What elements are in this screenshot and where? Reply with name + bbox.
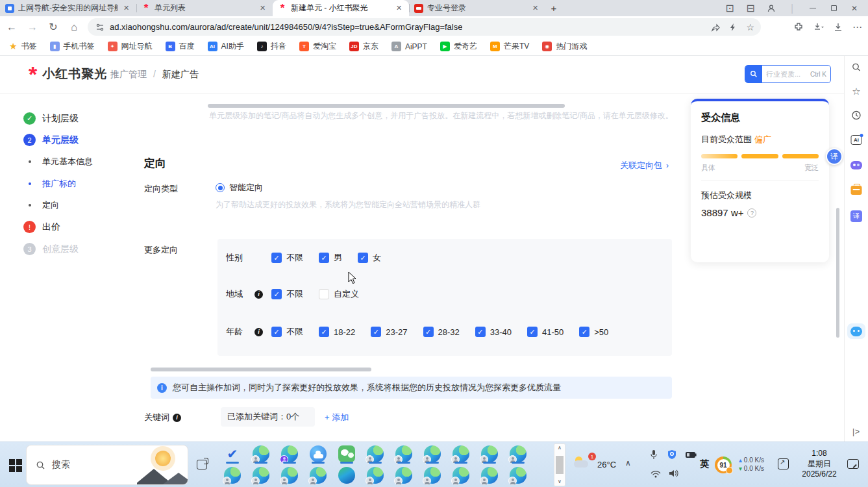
tab-pro-login[interactable]: 专业号登录 ✕ bbox=[409, 0, 545, 16]
downloads-recent-icon[interactable] bbox=[813, 23, 824, 32]
security-shield-icon[interactable] bbox=[667, 449, 676, 460]
sidebar-item-promo-target[interactable]: 推广标的 bbox=[23, 178, 76, 190]
bookmark-百度[interactable]: B百度 bbox=[166, 41, 195, 52]
info-icon[interactable]: i bbox=[254, 328, 263, 336]
bookmark-热门游戏[interactable]: ◉热门游戏 bbox=[542, 41, 587, 52]
sidebar-item-unit-basic-info[interactable]: 单元基本信息 bbox=[23, 156, 93, 168]
breadcrumb-promo-mgmt[interactable]: 推广管理 bbox=[110, 69, 147, 79]
scroll-thumb[interactable] bbox=[556, 456, 564, 474]
new-tab-button[interactable]: + bbox=[545, 0, 562, 16]
scroll-up-icon[interactable]: ∧ bbox=[558, 445, 562, 451]
collapse-rail-icon[interactable]: |> bbox=[852, 427, 860, 436]
toolbox-icon[interactable] bbox=[851, 186, 862, 195]
taskbar-app-edge[interactable] bbox=[247, 464, 275, 486]
checkbox-男[interactable]: ✓男 bbox=[319, 252, 342, 264]
checkbox-28-32[interactable]: ✓28-32 bbox=[423, 327, 460, 337]
header-search-input[interactable]: 行业资质... Ctrl K bbox=[745, 65, 831, 83]
download-icon[interactable] bbox=[834, 23, 843, 32]
taskbar-app-edge[interactable] bbox=[475, 464, 504, 486]
notification-center-icon[interactable] bbox=[847, 459, 859, 469]
back-icon[interactable]: ← bbox=[3, 18, 21, 36]
taskbar-app-edge[interactable] bbox=[390, 443, 418, 464]
tab-close-icon[interactable]: ✕ bbox=[258, 3, 267, 13]
checkbox-23-27[interactable]: ✓23-27 bbox=[371, 327, 407, 337]
bookmark-京东[interactable]: JD京东 bbox=[349, 41, 378, 52]
sunrise-image[interactable] bbox=[137, 445, 188, 484]
minimize-button[interactable] bbox=[804, 1, 821, 16]
taskbar-app-check[interactable]: ✔ bbox=[218, 443, 247, 464]
info-icon[interactable]: i bbox=[254, 290, 263, 299]
screen-snip-icon[interactable] bbox=[778, 458, 789, 469]
sidebar-item-bidding[interactable]: ! 出价 bbox=[23, 221, 60, 233]
bookmark-网址导航[interactable]: ✦网址导航 bbox=[108, 41, 153, 52]
chat-assistant-icon[interactable] bbox=[847, 323, 865, 339]
bookmark-AI助手[interactable]: AIAI助手 bbox=[208, 41, 244, 52]
tab-new-unit-active[interactable]: * 新建单元 - 小红书聚光 ✕ bbox=[273, 0, 409, 16]
browser-tools-icon[interactable]: ⊟ bbox=[742, 1, 759, 16]
taskbar-app-wechat[interactable] bbox=[332, 443, 361, 464]
bookmark-爱奇艺[interactable]: ▶爱奇艺 bbox=[440, 41, 477, 52]
horizontal-scrollbar-bottom[interactable] bbox=[151, 368, 371, 371]
checkbox-自定义[interactable]: 自定义 bbox=[319, 288, 359, 300]
lightning-icon[interactable] bbox=[729, 23, 737, 32]
targeting-package-link[interactable]: 关联定向包 › bbox=[620, 160, 669, 171]
microphone-icon[interactable] bbox=[649, 449, 658, 460]
tab-close-icon[interactable]: ✕ bbox=[530, 3, 540, 13]
network-speed[interactable]: ▴ 0.0 K/s ▾ 0.0 K/s bbox=[739, 456, 764, 473]
tray-expand-chevron-icon[interactable]: ∧ bbox=[625, 458, 631, 468]
tab-close-icon[interactable]: ✕ bbox=[394, 3, 404, 13]
bookmark-书签[interactable]: ★书签 bbox=[9, 41, 37, 52]
checkbox-不限[interactable]: ✓不限 bbox=[271, 288, 303, 300]
checkbox-33-40[interactable]: ✓33-40 bbox=[475, 327, 512, 337]
refresh-icon[interactable]: ↻ bbox=[44, 18, 62, 36]
search-icon[interactable] bbox=[852, 62, 862, 72]
taskbar-app-edge[interactable] bbox=[390, 464, 418, 486]
taskbar-overflow-scrollbar[interactable]: ∧ ∨ bbox=[554, 443, 565, 486]
taskbar-app-quark[interactable] bbox=[304, 443, 332, 464]
info-icon[interactable]: i bbox=[173, 414, 181, 422]
checkbox-不限[interactable]: ✓不限 bbox=[271, 326, 303, 338]
bookmark-star-icon[interactable]: ☆ bbox=[746, 22, 754, 32]
speaker-icon[interactable] bbox=[669, 469, 679, 478]
scroll-down-icon[interactable]: ∨ bbox=[558, 479, 562, 485]
smart-targeting-radio[interactable]: 智能定向 bbox=[216, 182, 263, 194]
horizontal-scrollbar-top[interactable] bbox=[208, 104, 565, 108]
home-icon[interactable]: ⌂ bbox=[65, 18, 83, 36]
tab-close-icon[interactable]: ✕ bbox=[121, 3, 131, 13]
taskbar-app-edge[interactable] bbox=[504, 443, 532, 464]
translate-icon[interactable]: 译 bbox=[850, 210, 862, 222]
sidebar-item-unit-level[interactable]: 2 单元层级 bbox=[23, 134, 79, 146]
weather-temp[interactable]: 26°C bbox=[597, 460, 616, 469]
workspace-icon[interactable]: ⊡ bbox=[721, 1, 738, 16]
page-scrollbar[interactable] bbox=[836, 208, 839, 338]
more-menu-icon[interactable]: ⋯ bbox=[852, 21, 863, 33]
checkbox-不限[interactable]: ✓不限 bbox=[271, 252, 303, 264]
taskbar-app-edge[interactable] bbox=[275, 464, 304, 486]
site-settings-icon[interactable] bbox=[95, 23, 105, 32]
checkbox-女[interactable]: ✓女 bbox=[358, 252, 381, 264]
share-icon[interactable] bbox=[711, 23, 720, 32]
taskbar-app-edge[interactable] bbox=[418, 443, 447, 464]
favorites-star-icon[interactable]: ☆ bbox=[852, 86, 860, 97]
weather-icon[interactable]: 1 bbox=[574, 455, 593, 472]
taskbar-app-edge[interactable] bbox=[418, 464, 447, 486]
task-view-icon[interactable] bbox=[197, 460, 207, 469]
add-keyword-button[interactable]: + 添加 bbox=[325, 412, 349, 423]
checkbox-41-50[interactable]: ✓41-50 bbox=[527, 327, 564, 337]
close-button[interactable]: ✕ bbox=[846, 1, 863, 16]
history-clock-icon[interactable] bbox=[852, 110, 862, 120]
forward-icon[interactable]: → bbox=[23, 18, 42, 36]
url-bar[interactable]: ad.xiaohongshu.com/aurora/ad/create/unit… bbox=[88, 18, 761, 36]
profile-icon[interactable] bbox=[763, 1, 780, 16]
tab-unit-list[interactable]: * 单元列表 ✕ bbox=[136, 0, 273, 16]
battery-ring-indicator[interactable]: 91 bbox=[715, 456, 732, 473]
taskbar-app-edge[interactable] bbox=[475, 443, 504, 464]
sidebar-item-targeting[interactable]: 定向 bbox=[23, 199, 59, 211]
start-button-icon[interactable] bbox=[9, 459, 22, 472]
bookmark-爱淘宝[interactable]: T爱淘宝 bbox=[299, 41, 336, 52]
taskbar-app-edge[interactable] bbox=[447, 464, 475, 486]
maximize-button[interactable] bbox=[825, 1, 842, 16]
taskbar-clock[interactable]: 1:08 星期日 2025/6/22 bbox=[797, 448, 841, 479]
taskbar-app-edge[interactable] bbox=[447, 443, 475, 464]
battery-icon[interactable] bbox=[686, 451, 697, 458]
